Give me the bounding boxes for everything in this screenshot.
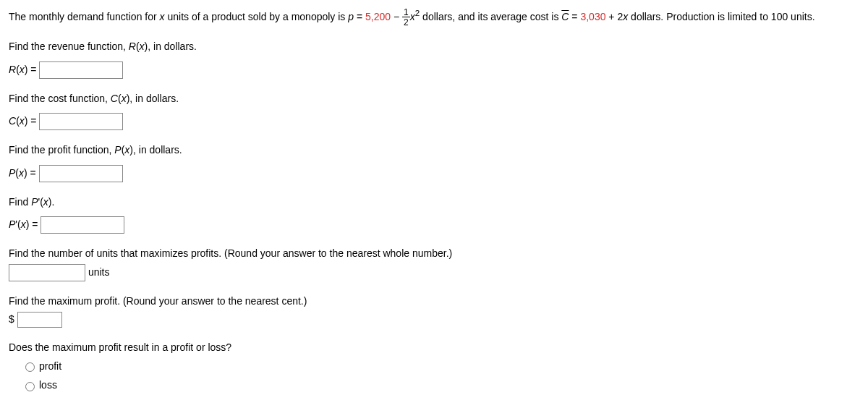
prompt-text: Find the profit function, <box>9 144 114 156</box>
prompt: Find the profit function, P(x), in dolla… <box>9 143 859 158</box>
fraction-half: 12 <box>402 8 410 27</box>
problem-intro: The monthly demand function for x units … <box>9 7 859 27</box>
prompt-text: Find the cost function, <box>9 93 111 104</box>
cost-input[interactable] <box>39 113 123 130</box>
max-profit-input[interactable] <box>17 312 62 328</box>
lhs-close: ) = <box>25 63 40 75</box>
prompt: Find the maximum profit. (Round your ans… <box>9 294 859 309</box>
lhs-func: C <box>9 115 16 127</box>
radio-loss[interactable] <box>25 382 35 391</box>
prompt-text: , in dollars. <box>133 144 182 156</box>
prompt: Does the maximum profit result in a prof… <box>9 341 859 355</box>
paren: ). <box>48 196 55 208</box>
minus: − <box>391 11 402 22</box>
constant-3030: 3,030 <box>580 11 605 22</box>
intro-text: + 2 <box>605 11 623 22</box>
intro-text: dollars, and its average cost is <box>420 11 561 22</box>
option-loss-row: loss <box>22 378 859 392</box>
question-p-prime: Find P'(x). P'(x) = <box>9 195 859 234</box>
question-max-profit: Find the maximum profit. (Round your ans… <box>9 294 859 328</box>
func-name: R <box>129 41 136 52</box>
var-x: x <box>160 11 165 22</box>
prompt: Find P'(x). <box>9 195 859 210</box>
units-input[interactable] <box>9 264 85 281</box>
prompt-text: , in dollars. <box>148 41 197 52</box>
var-x: x <box>19 166 24 178</box>
intro-text: dollars. Production is limited to 100 un… <box>628 11 814 22</box>
lhs-close: ) = <box>26 218 41 230</box>
radio-profit[interactable] <box>25 362 35 372</box>
c-bar: C <box>561 11 569 22</box>
var-p: p <box>348 11 354 22</box>
intro-text: units of a product sold by a monopoly is <box>165 11 349 22</box>
question-revenue: Find the revenue function, R(x), in doll… <box>9 40 859 79</box>
radio-profit-label: profit <box>39 360 61 372</box>
prompt: Find the revenue function, R(x), in doll… <box>9 40 859 54</box>
lhs-func: R <box>9 63 16 75</box>
prompt-text: , in dollars. <box>129 93 179 104</box>
lhs-func: P <box>9 166 15 178</box>
radio-loss-label: loss <box>39 379 57 391</box>
units-label: units <box>88 266 110 278</box>
var-x: x <box>140 41 145 52</box>
currency-symbol: $ <box>9 313 14 324</box>
answer-row: P'(x) = <box>9 216 859 234</box>
answer-row: units <box>9 264 859 281</box>
lhs-func: P <box>9 218 15 230</box>
var-x: x <box>122 93 127 104</box>
denominator: 2 <box>402 17 410 27</box>
equals: = <box>569 11 580 22</box>
prompt: Find the cost function, C(x), in dollars… <box>9 92 859 106</box>
profit-input[interactable] <box>39 165 123 182</box>
answer-row: P(x) = <box>9 165 859 182</box>
answer-row: R(x) = <box>9 61 859 79</box>
question-cost: Find the cost function, C(x), in dollars… <box>9 92 859 131</box>
var-x: x <box>20 63 25 75</box>
prompt-text: Find <box>9 196 31 208</box>
equals: = <box>354 11 365 22</box>
func-name: C <box>111 93 118 104</box>
revenue-input[interactable] <box>39 61 123 79</box>
var-x: x <box>43 196 48 208</box>
constant-5200: 5,200 <box>365 11 391 22</box>
var-x: x <box>20 115 25 127</box>
question-profit: Find the profit function, P(x), in dolla… <box>9 143 859 182</box>
var-x: x <box>410 11 415 22</box>
var-x: x <box>21 218 26 230</box>
answer-row: $ <box>9 312 859 328</box>
prompt-text: Find the revenue function, <box>9 41 129 52</box>
intro-text: The monthly demand function for <box>9 11 160 22</box>
numerator: 1 <box>402 8 410 17</box>
question-max-units: Find the number of units that maximizes … <box>9 247 859 281</box>
answer-row: C(x) = <box>9 113 859 130</box>
func-name: P <box>114 144 121 156</box>
p-prime-input[interactable] <box>41 216 124 234</box>
prompt: Find the number of units that maximizes … <box>9 247 859 261</box>
lhs-close: ) = <box>25 115 40 127</box>
question-profit-or-loss: Does the maximum profit result in a prof… <box>9 341 859 393</box>
lhs-close: ) = <box>24 166 39 178</box>
option-profit-row: profit <box>22 359 859 373</box>
